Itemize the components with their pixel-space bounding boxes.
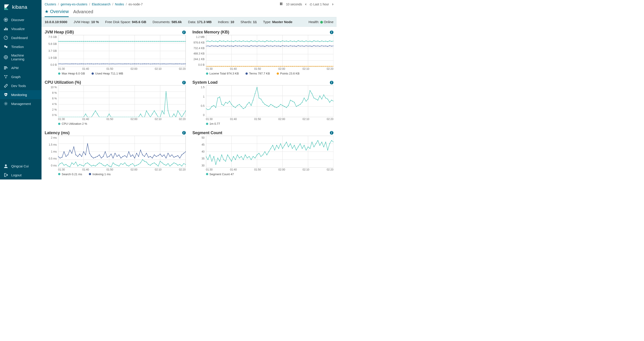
svg-point-520 xyxy=(319,96,320,96)
svg-point-719 xyxy=(274,150,275,150)
svg-point-550 xyxy=(78,166,78,166)
svg-point-558 xyxy=(93,165,94,165)
svg-point-703 xyxy=(243,159,244,160)
sidebar-item-timelion[interactable]: Timelion xyxy=(0,42,42,51)
time-controls: 10 seconds ‹ ◴ Last 1 hour › xyxy=(280,2,334,6)
svg-rect-173 xyxy=(206,35,333,67)
svg-point-608 xyxy=(62,157,62,158)
plot-area[interactable] xyxy=(206,35,334,67)
legend-item[interactable]: Points 23.6 KB xyxy=(277,72,300,75)
breadcrumb-0[interactable]: Clusters xyxy=(45,2,56,6)
svg-point-723 xyxy=(282,148,283,149)
sidebar-item-visualize[interactable]: Visualize xyxy=(0,24,42,33)
plot-area[interactable] xyxy=(58,85,186,117)
svg-point-34 xyxy=(68,41,68,42)
legend-item[interactable]: Used Heap 711.1 MB xyxy=(92,72,123,75)
svg-point-739 xyxy=(314,146,314,147)
logo[interactable]: kibana xyxy=(0,0,42,14)
legend-item[interactable]: Max Heap 6.0 GB xyxy=(58,72,85,75)
svg-point-109 xyxy=(85,64,86,64)
svg-point-588 xyxy=(152,163,152,164)
svg-point-645 xyxy=(134,158,135,158)
svg-point-338 xyxy=(268,66,269,67)
svg-point-642 xyxy=(128,151,129,152)
sidebar-item-graph[interactable]: Graph xyxy=(0,72,42,81)
svg-point-737 xyxy=(310,148,310,149)
sidebar-item-management[interactable]: Management xyxy=(0,99,42,108)
refresh-interval[interactable]: 10 seconds xyxy=(286,2,302,6)
svg-point-53 xyxy=(105,41,106,42)
discover-icon xyxy=(4,18,8,22)
svg-point-85 xyxy=(168,41,168,42)
info-icon[interactable]: i xyxy=(182,131,186,134)
management-icon xyxy=(4,102,8,106)
info-icon[interactable]: i xyxy=(330,30,334,34)
svg-point-479 xyxy=(239,104,240,105)
svg-point-130 xyxy=(126,64,127,64)
plot-area[interactable] xyxy=(58,136,186,168)
legend-item[interactable]: Lucene Total 974.3 KB xyxy=(206,72,239,75)
svg-point-714 xyxy=(264,151,265,152)
svg-point-570 xyxy=(117,165,117,165)
svg-point-607 xyxy=(60,158,60,158)
svg-point-549 xyxy=(76,162,76,162)
svg-point-746 xyxy=(327,150,328,150)
sidebar-item-ml[interactable]: Machine Learning xyxy=(0,51,42,63)
info-icon[interactable]: i xyxy=(182,81,186,84)
svg-point-370 xyxy=(331,66,332,67)
svg-point-666 xyxy=(176,156,176,156)
sidebar-item-monitoring[interactable]: Monitoring xyxy=(0,90,42,99)
legend-item[interactable]: 1m 0.77 xyxy=(206,122,220,126)
sidebar-item-apm[interactable]: APM xyxy=(0,63,42,72)
svg-point-67 xyxy=(132,41,133,42)
svg-point-542 xyxy=(62,162,62,163)
breadcrumb-3[interactable]: Nodes xyxy=(115,2,124,6)
svg-point-66 xyxy=(130,41,131,42)
svg-point-180 xyxy=(217,42,218,42)
x-axis: 01:3001:4001:5002:0002:1002:20 xyxy=(45,117,186,121)
svg-point-97 xyxy=(62,64,62,64)
tab-overview[interactable]: ★Overview xyxy=(45,9,69,17)
svg-point-208 xyxy=(272,41,273,42)
sidebar-logout[interactable]: Logout xyxy=(0,170,42,180)
plot-area[interactable] xyxy=(206,85,334,117)
time-next-button[interactable]: › xyxy=(332,2,334,6)
sidebar-item-label: Graph xyxy=(11,75,21,79)
legend-item[interactable]: Segment Count 47 xyxy=(206,172,234,176)
time-range[interactable]: ◴ Last 1 hour xyxy=(310,2,329,6)
pause-button[interactable] xyxy=(280,2,283,6)
svg-point-256 xyxy=(237,46,238,46)
info-icon[interactable]: i xyxy=(330,131,334,134)
svg-point-622 xyxy=(89,153,90,154)
plot-area[interactable] xyxy=(206,136,334,168)
svg-point-116 xyxy=(99,64,100,64)
svg-point-585 xyxy=(146,162,147,162)
info-icon[interactable]: i xyxy=(330,81,334,84)
sidebar-user[interactable]: Qingcai Cui xyxy=(0,162,42,170)
svg-point-149 xyxy=(164,64,164,64)
sidebar-item-discover[interactable]: Discover xyxy=(0,15,42,24)
tab-advanced[interactable]: Advanced xyxy=(73,9,93,17)
breadcrumb-1[interactable]: germey-es-clusters xyxy=(60,2,87,6)
svg-point-580 xyxy=(136,165,137,165)
legend-item[interactable]: CPU Utilization 2 % xyxy=(58,122,87,126)
sidebar: kibana DiscoverVisualizeDashboardTimelio… xyxy=(0,0,42,180)
svg-point-543 xyxy=(64,165,64,165)
svg-point-181 xyxy=(219,40,220,41)
svg-point-431 xyxy=(148,114,149,114)
svg-point-416 xyxy=(119,117,120,117)
info-icon[interactable]: i xyxy=(182,30,186,34)
plot-area[interactable] xyxy=(58,35,186,67)
svg-point-286 xyxy=(296,46,296,47)
time-prev-button[interactable]: ‹ xyxy=(305,2,306,6)
y-axis: 2 ms1.5 ms1 ms0.5 ms0 ms xyxy=(45,136,57,168)
legend-item[interactable]: Search 0.21 ms xyxy=(58,172,82,176)
sidebar-item-devtools[interactable]: Dev Tools xyxy=(0,81,42,90)
svg-point-61 xyxy=(120,41,121,42)
legend-item[interactable]: Indexing 1 ms xyxy=(89,172,110,176)
breadcrumb-2[interactable]: Elasticsearch xyxy=(92,2,110,6)
legend-item[interactable]: Terms 787.7 KB xyxy=(246,72,270,75)
svg-point-430 xyxy=(146,110,147,111)
sidebar-item-dashboard[interactable]: Dashboard xyxy=(0,33,42,42)
svg-point-516 xyxy=(312,94,312,94)
